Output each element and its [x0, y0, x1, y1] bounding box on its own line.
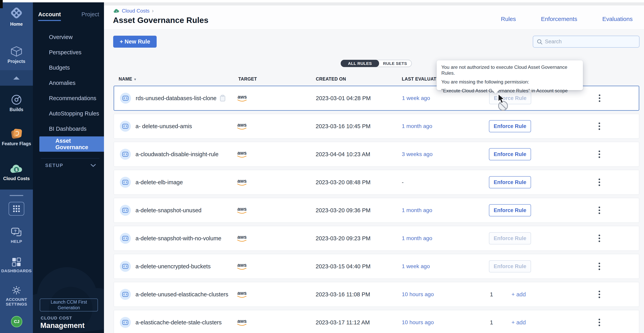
last-evaluation[interactable]: 10 hours ago	[402, 319, 434, 325]
tooltip-line-3: "Execute Cloud Asset Governance Rules" i…	[441, 88, 578, 94]
breadcrumb[interactable]: $ Cloud Costs ›	[113, 8, 154, 14]
row-menu-kebab[interactable]	[598, 263, 600, 270]
last-evaluation[interactable]: 10 hours ago	[402, 291, 434, 297]
nav-item-list: OverviewPerspectivesBudgetsAnomaliesReco…	[33, 30, 104, 152]
rule-name[interactable]: a-delete-snapshot-with-no-volume	[136, 235, 221, 242]
nav-item-bi-dashboards[interactable]: BI Dashboards	[33, 121, 104, 136]
tab-account[interactable]: Account	[38, 11, 61, 21]
table-row[interactable]: a-cloudwatch-disable-insight-rule aws 20…	[114, 142, 639, 167]
rail-label: ACCOUNTSETTINGS	[6, 297, 27, 306]
sort-caret-icon[interactable]: ▾	[134, 77, 136, 81]
nav-item-asset-governance[interactable]: Asset Governance	[39, 136, 104, 152]
sidebar-item-cloud-costs[interactable]: $ Cloud Costs	[0, 163, 33, 181]
enforce-rule-button[interactable]: Enforce Rule	[489, 176, 531, 188]
row-menu-kebab[interactable]	[598, 235, 600, 242]
table-row[interactable]: a-delete-snapshot-with-no-volume aws 202…	[114, 226, 639, 251]
sidebar-item-home[interactable]: Home	[0, 6, 33, 27]
nav-item-recommendations[interactable]: Recommendations	[33, 91, 104, 106]
svg-text:$: $	[116, 11, 117, 12]
header-link-rules[interactable]: Rules	[501, 16, 516, 22]
row-menu-kebab[interactable]	[598, 207, 600, 214]
last-evaluation[interactable]: 3 weeks ago	[402, 151, 432, 157]
rule-name[interactable]: a-elasticache-delete-stale-clusters	[136, 319, 222, 326]
sidebar-item-account-settings[interactable]: ACCOUNTSETTINGS	[0, 285, 33, 306]
toggle-rule-sets[interactable]: RULE SETS	[379, 60, 412, 67]
user-avatar[interactable]: CJ	[11, 316, 22, 327]
enforce-rule-button[interactable]: Enforce Rule	[489, 260, 531, 272]
enforce-rule-button[interactable]: Enforce Rule	[489, 204, 531, 216]
nav-item-autostopping-rules[interactable]: AutoStopping Rules	[33, 106, 104, 121]
search-icon	[537, 39, 542, 45]
nav-item-overview[interactable]: Overview	[33, 30, 104, 45]
breadcrumb-link[interactable]: Cloud Costs	[122, 8, 150, 14]
rule-name[interactable]: a- delete-unused-amis	[136, 123, 192, 130]
search-box[interactable]	[533, 36, 640, 48]
table-row[interactable]: a-delete-elb-image aws 2023-03-20 08:48 …	[114, 170, 639, 195]
add-enforcement-link[interactable]: + add	[512, 319, 526, 326]
last-evaluation[interactable]: 1 month ago	[402, 123, 432, 129]
rule-name[interactable]: a-cloudwatch-disable-insight-rule	[136, 151, 218, 158]
copy-icon[interactable]	[220, 95, 226, 102]
sidebar-item-projects[interactable]: Projects	[0, 46, 33, 64]
setup-section-header[interactable]: SETUP	[45, 163, 96, 168]
nav-item-label: Recommendations	[49, 95, 96, 102]
builds-icon	[11, 94, 22, 105]
table-row[interactable]: a-delete-snapshot-unused aws 2023-03-20 …	[114, 198, 639, 223]
row-menu-kebab[interactable]	[598, 291, 600, 298]
nav-item-perspectives[interactable]: Perspectives	[33, 45, 104, 60]
toggle-all-rules[interactable]: ALL RULES	[341, 60, 379, 67]
rule-name[interactable]: a-delete-unencrypted-buckets	[136, 263, 211, 270]
rule-name[interactable]: a-delete-unused-elasticache-clusters	[136, 291, 228, 298]
aws-target-icon: aws	[236, 291, 248, 298]
svg-text:$: $	[15, 168, 18, 172]
tab-project[interactable]: Project	[82, 11, 99, 21]
row-menu-kebab[interactable]	[598, 319, 600, 326]
column-header-created-on[interactable]: CREATED ON	[316, 77, 346, 82]
column-header-name[interactable]: NAME▾	[119, 77, 136, 82]
sidebar-item-help[interactable]: ? HELP	[0, 227, 33, 244]
nav-item-anomalies[interactable]: Anomalies	[33, 75, 104, 91]
gear-icon	[11, 285, 22, 295]
row-menu-kebab[interactable]	[598, 151, 600, 158]
table-row[interactable]: a-delete-unencrypted-buckets aws 2023-03…	[114, 254, 639, 279]
last-evaluation[interactable]: -	[402, 179, 404, 185]
row-menu-kebab[interactable]	[598, 179, 600, 186]
scroll-up-icon[interactable]	[13, 77, 20, 80]
last-evaluation[interactable]: 1 week ago	[402, 95, 430, 101]
rule-icon	[120, 289, 131, 300]
header-link-enforcements[interactable]: Enforcements	[541, 16, 577, 22]
rule-name[interactable]: a-delete-elb-image	[136, 179, 183, 186]
sidebar-item-builds[interactable]: Builds	[0, 94, 33, 112]
sidebar-item-feature-flags[interactable]: Feature Flags	[0, 128, 33, 146]
last-evaluation[interactable]: 1 month ago	[402, 235, 432, 241]
row-menu-kebab[interactable]	[598, 123, 600, 130]
rule-icon	[120, 205, 131, 216]
created-on: 2023-03-20 08:48 PM	[316, 179, 371, 186]
launch-ccm-first-gen-button[interactable]: Launch CCM First Generation	[40, 298, 98, 311]
last-evaluation[interactable]: 1 week ago	[402, 263, 430, 269]
nav-item-budgets[interactable]: Budgets	[33, 60, 104, 75]
rule-name[interactable]: rds-unused-databases-list-clone	[136, 95, 226, 102]
rules-toggle[interactable]: ALL RULES RULE SETS	[341, 60, 412, 67]
module-selector-button[interactable]	[8, 202, 24, 216]
add-enforcement-link[interactable]: + add	[512, 291, 526, 298]
enforce-rule-button[interactable]: Enforce Rule	[489, 232, 531, 244]
row-menu-kebab[interactable]	[599, 95, 600, 102]
aws-target-icon: aws	[236, 207, 248, 214]
rail-label: Home	[10, 22, 23, 27]
search-input[interactable]	[545, 39, 639, 45]
enforce-rule-button[interactable]: Enforce Rule	[489, 120, 531, 132]
new-rule-button[interactable]: + New Rule	[113, 36, 157, 48]
enforce-rule-button[interactable]: Enforce Rule	[489, 148, 531, 160]
help-chat-icon: ?	[11, 227, 22, 237]
sidebar-item-dashboards[interactable]: DASHBOARDS	[0, 257, 33, 273]
table-row[interactable]: a- delete-unused-amis aws 2023-03-16 10:…	[114, 114, 639, 139]
column-header-target[interactable]: TARGET	[238, 77, 257, 82]
last-evaluation[interactable]: 1 month ago	[402, 207, 432, 213]
rule-name[interactable]: a-delete-snapshot-unused	[136, 207, 202, 214]
aws-target-icon: aws	[236, 123, 248, 130]
table-row[interactable]: a-delete-unused-elasticache-clusters aws…	[114, 282, 639, 307]
header-link-evaluations[interactable]: Evaluations	[602, 16, 633, 22]
rail-scroll-strip[interactable]	[0, 70, 33, 86]
table-row[interactable]: a-elasticache-delete-stale-clusters aws …	[114, 310, 639, 333]
